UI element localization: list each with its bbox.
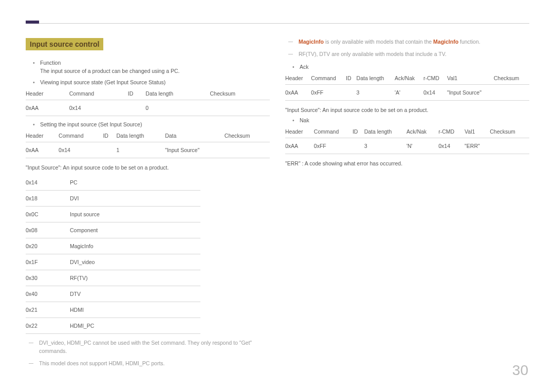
note-magicinfo: ― MagicInfo is only available with model… (288, 38, 529, 46)
dash-icon: ― (288, 50, 299, 59)
col-header: Data (165, 129, 225, 142)
content-columns: Input source control • Function The inpu… (26, 38, 529, 367)
table-header-row: Header Command ID Data length Ack/Nak r-… (285, 72, 529, 85)
get-input-source-table: Header Command ID Data length Checksum 0… (26, 87, 270, 116)
note-text-mid: is only available with models that conta… (324, 39, 433, 45)
note-text: MagicInfo is only available with models … (299, 38, 529, 46)
table-row: 0x08Component (26, 222, 200, 238)
table-cell (346, 84, 357, 100)
col-header: Val1 (465, 125, 490, 138)
table-cell: 0x18 (26, 191, 70, 207)
table-row: 0x14PC (26, 175, 200, 191)
table-row: 0xAA 0xFF 3 'N' 0x14 "ERR" (285, 138, 529, 154)
table-cell: 0x40 (26, 286, 70, 302)
bullet-icon: • (33, 60, 40, 66)
table-cell: "Input Source" (447, 84, 494, 100)
note-text: RF(TV), DTV are only available with mode… (299, 50, 529, 59)
table-cell: 0x30 (26, 270, 70, 286)
col-header: Checksum (490, 125, 529, 138)
ack-table: Header Command ID Data length Ack/Nak r-… (285, 72, 529, 101)
note-dvi-video: ― DVI_video, HDMI_PC cannot be used with… (29, 339, 270, 356)
col-header: Header (26, 87, 69, 100)
table-cell: 0x20 (26, 238, 70, 254)
bullet-nak-label: Nak (300, 117, 309, 123)
col-header: Data length (117, 129, 165, 142)
col-header: ID (353, 125, 364, 138)
table-cell: HDMI_PC (70, 318, 200, 334)
table-cell: 0x22 (26, 318, 70, 334)
table-row: 0x30RF(TV) (26, 270, 200, 286)
table-cell: DVI (70, 191, 200, 207)
table-cell: 0xAA (285, 138, 314, 154)
table-row: 0xAA 0x14 0 (26, 100, 270, 116)
col-header: r-CMD (423, 72, 447, 85)
table-cell: 0x21 (26, 302, 70, 318)
table-cell: 0x08 (26, 222, 70, 238)
dash-icon: ― (288, 38, 299, 46)
col-header: Val1 (447, 72, 494, 85)
col-header: Header (285, 125, 314, 138)
table-cell: DVI_video (70, 254, 200, 270)
page-header-rule (26, 23, 529, 24)
table-row: 0x21HDMI (26, 302, 200, 318)
magicinfo-highlight: MagicInfo (433, 39, 458, 45)
col-header: Ack/Nak (406, 125, 438, 138)
col-header: Command (314, 125, 353, 138)
table-cell: 0xAA (285, 84, 311, 100)
col-header: r-CMD (438, 125, 465, 138)
note-rftv: ― RF(TV), DTV are only available with mo… (288, 50, 529, 59)
table-row: 0x0CInput source (26, 207, 200, 222)
bullet-icon: • (33, 121, 40, 127)
table-row: 0xAA 0x14 1 "Input Source" (26, 142, 270, 158)
table-cell: 3 (364, 138, 406, 154)
table-cell: Input source (70, 207, 200, 222)
table-cell: 0xAA (26, 100, 69, 116)
bullet-ack: • Ack (292, 64, 529, 70)
input-source-codes-table: 0x14PC 0x18DVI 0x0CInput source 0x08Comp… (26, 175, 200, 334)
table-cell: 0xFF (314, 138, 353, 154)
set-input-source-table: Header Command ID Data length Data Check… (26, 129, 270, 158)
ack-description: "Input Source": An input source code to … (285, 107, 529, 113)
table-cell: "Input Source" (165, 142, 225, 158)
bullet-function-label: Function (40, 60, 61, 66)
table-row: 0xAA 0xFF 3 'A' 0x14 "Input Source" (285, 84, 529, 100)
magicinfo-highlight: MagicInfo (299, 39, 324, 45)
table-row: 0x20MagicInfo (26, 238, 200, 254)
table-cell: 0xAA (26, 142, 59, 158)
right-column: ― MagicInfo is only available with model… (285, 38, 529, 367)
table-cell: 3 (357, 84, 395, 100)
page-number: 30 (512, 362, 528, 379)
bullet-nak: • Nak (292, 117, 529, 123)
table-header-row: Header Command ID Data length Checksum (26, 87, 270, 100)
table-cell: 0 (145, 100, 210, 116)
nak-description: "ERR" : A code showing what error has oc… (285, 160, 529, 166)
note-text: DVI_video, HDMI_PC cannot be used with t… (39, 339, 270, 356)
table-cell: DTV (70, 286, 200, 302)
table-cell: PC (70, 175, 200, 191)
table-cell: MagicInfo (70, 238, 200, 254)
note-hdmi-ports: ― This model does not support HDMI, HDMI… (29, 360, 270, 368)
table-cell (103, 142, 116, 158)
note-text-post: function. (458, 39, 480, 45)
bullet-setting-label: Setting the input source (Set Input Sour… (40, 121, 142, 127)
table-cell: 'N' (406, 138, 438, 154)
table-cell: 1 (117, 142, 165, 158)
bullet-viewing-label: Viewing input source state (Get Input So… (40, 79, 165, 85)
col-header: Command (69, 87, 128, 100)
table-cell (210, 100, 270, 116)
table-header-row: Header Command ID Data length Data Check… (26, 129, 270, 142)
col-header: Ack/Nak (395, 72, 423, 85)
table-row: 0x18DVI (26, 191, 200, 207)
table-cell: 0x14 (26, 175, 70, 191)
table-row: 0x22HDMI_PC (26, 318, 200, 334)
table-cell (494, 84, 529, 100)
table-cell: 0x0C (26, 207, 70, 222)
table-cell: 0x14 (438, 138, 465, 154)
table-header-row: Header Command ID Data length Ack/Nak r-… (285, 125, 529, 138)
bullet-function: • Function (33, 60, 270, 66)
nak-table: Header Command ID Data length Ack/Nak r-… (285, 125, 529, 154)
col-header: Command (311, 72, 346, 85)
table-cell: "ERR" (465, 138, 490, 154)
col-header: Data length (145, 87, 210, 100)
col-header: Data length (357, 72, 395, 85)
